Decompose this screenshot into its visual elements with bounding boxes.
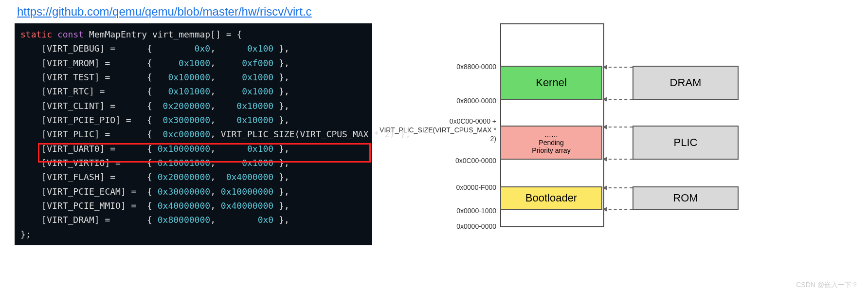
- code-entry: [VIRT_UART0] = { 0x10000000, 0x100 },: [20, 142, 368, 156]
- dram-label-block: DRAM: [633, 66, 739, 100]
- code-entry: [VIRT_FLASH] = { 0x20000000, 0x4000000 }…: [20, 170, 368, 184]
- addr-kernel-top: 0x8800-0000: [377, 62, 496, 71]
- plic-label-block: PLIC: [633, 126, 739, 160]
- connector-plic-top: [603, 127, 633, 128]
- connector-dram-bot: [603, 99, 633, 100]
- addr-plic-bot: 0x0C00-0000: [377, 156, 496, 165]
- code-entry: [VIRT_RTC] = { 0x101000, 0x1000 },: [20, 84, 368, 98]
- rom-label-block: ROM: [633, 186, 739, 210]
- addr-kernel-bot: 0x8000-0000: [377, 96, 496, 105]
- connector-dram-top: [603, 67, 633, 68]
- addr-rom-top: 0x0000-F000: [377, 183, 496, 192]
- plic-region: …… Pending Priority array: [500, 126, 602, 160]
- addr-rom-bot: 0x0000-1000: [377, 206, 496, 215]
- connector-rom-bot: [603, 209, 633, 210]
- connector-plic-bot: [603, 159, 633, 160]
- code-entry: [VIRT_CLINT] = { 0x2000000, 0x10000 },: [20, 99, 368, 113]
- code-block: static const MemMapEntry virt_memmap[] =…: [15, 23, 372, 245]
- bootloader-region: Bootloader: [500, 186, 602, 210]
- code-entry: [VIRT_PCIE_ECAM] = { 0x30000000, 0x10000…: [20, 184, 368, 199]
- code-entry: [VIRT_DEBUG] = { 0x0, 0x100 },: [20, 41, 368, 55]
- code-entry: [VIRT_PLIC] = { 0xc000000, VIRT_PLIC_SIZ…: [20, 127, 368, 141]
- addr-plic-top: 0x0C00-0000 + VIRT_PLIC_SIZE(VIRT_CPUS_M…: [377, 117, 496, 144]
- memory-diagram: Kernel …… Pending Priority array Bootloa…: [377, 23, 747, 255]
- code-entry: [VIRT_PCIE_MMIO] = { 0x40000000, 0x40000…: [20, 199, 368, 213]
- kernel-region: Kernel: [500, 66, 602, 100]
- code-entry: [VIRT_DRAM] = { 0x80000000, 0x0 },: [20, 213, 368, 227]
- connector-rom-top: [603, 187, 633, 188]
- main-container: static const MemMapEntry virt_memmap[] =…: [5, 23, 863, 255]
- code-entry: [VIRT_TEST] = { 0x100000, 0x1000 },: [20, 70, 368, 84]
- addr-zero: 0x0000-0000: [377, 222, 496, 231]
- code-entry: [VIRT_VIRTIO] = { 0x10001000, 0x1000 },: [20, 156, 368, 170]
- code-entry: [VIRT_PCIE_PIO] = { 0x3000000, 0x10000 }…: [20, 113, 368, 127]
- code-entry: [VIRT_MROM] = { 0x1000, 0xf000 },: [20, 56, 368, 70]
- source-url-link[interactable]: https://github.com/qemu/qemu/blob/master…: [17, 5, 312, 18]
